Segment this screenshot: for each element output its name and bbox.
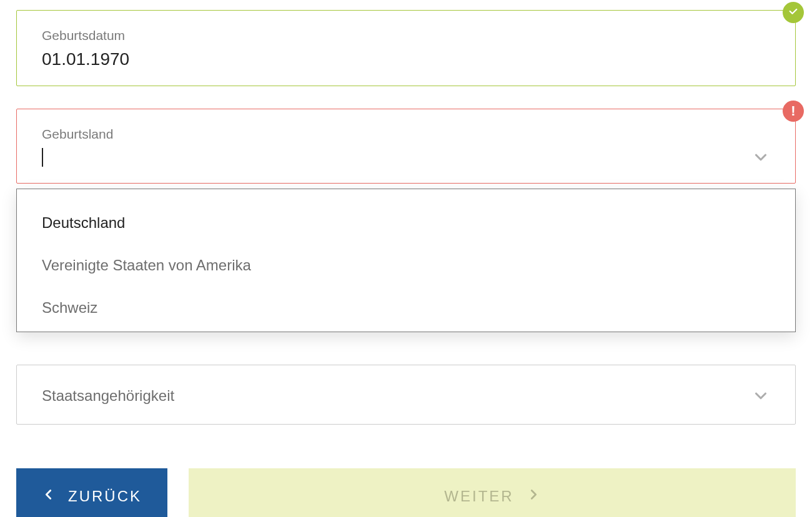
birthcountry-field[interactable]: Geburtsland ! xyxy=(16,109,796,184)
birthdate-field[interactable]: Geburtsdatum 01.01.1970 xyxy=(16,10,796,86)
dropdown-option[interactable]: Schweiz xyxy=(17,287,795,329)
form-container: Geburtsdatum 01.01.1970 Geburtsland ! De… xyxy=(0,0,812,517)
birthdate-value: 01.01.1970 xyxy=(42,49,770,69)
birthdate-label: Geburtsdatum xyxy=(42,28,770,43)
nationality-field[interactable]: Staatsangehörigkeit xyxy=(16,365,796,425)
check-icon xyxy=(788,6,799,19)
chevron-down-icon[interactable] xyxy=(751,387,770,405)
birthcountry-label: Geburtsland xyxy=(42,127,770,142)
dropdown-option[interactable]: Vereinigte Staaten von Amerika xyxy=(17,244,795,287)
exclamation-icon: ! xyxy=(791,104,795,118)
chevron-down-icon[interactable] xyxy=(751,148,770,167)
next-button[interactable]: WEITER xyxy=(189,468,796,517)
nationality-label: Staatsangehörigkeit xyxy=(42,387,174,405)
chevron-right-icon xyxy=(527,488,540,505)
birthcountry-wrapper: Geburtsland ! Deutschland Vereinigte Sta… xyxy=(16,109,796,342)
birthcountry-input-line xyxy=(42,148,770,167)
next-button-label: WEITER xyxy=(444,488,513,505)
dropdown-scroll[interactable]: Deutschland Vereinigte Staaten von Ameri… xyxy=(17,189,795,332)
button-row: ZURÜCK WEITER xyxy=(16,468,796,517)
text-cursor xyxy=(42,148,43,167)
back-button-label: ZURÜCK xyxy=(68,488,142,505)
valid-badge xyxy=(783,2,804,23)
chevron-left-icon xyxy=(42,488,56,505)
back-button[interactable]: ZURÜCK xyxy=(16,468,167,517)
birthcountry-dropdown: Deutschland Vereinigte Staaten von Ameri… xyxy=(16,189,796,332)
error-badge: ! xyxy=(783,101,804,122)
dropdown-option[interactable]: Deutschland xyxy=(17,202,795,244)
